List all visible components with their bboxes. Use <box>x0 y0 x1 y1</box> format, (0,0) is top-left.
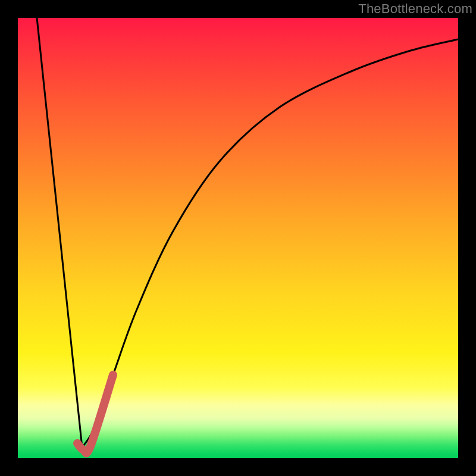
chart-svg <box>18 18 458 458</box>
curve-red-hook <box>77 375 113 453</box>
chart-frame: TheBottleneck.com <box>0 0 476 476</box>
curve-black <box>37 18 458 447</box>
plot-area <box>18 18 458 458</box>
watermark-label: TheBottleneck.com <box>358 1 472 17</box>
